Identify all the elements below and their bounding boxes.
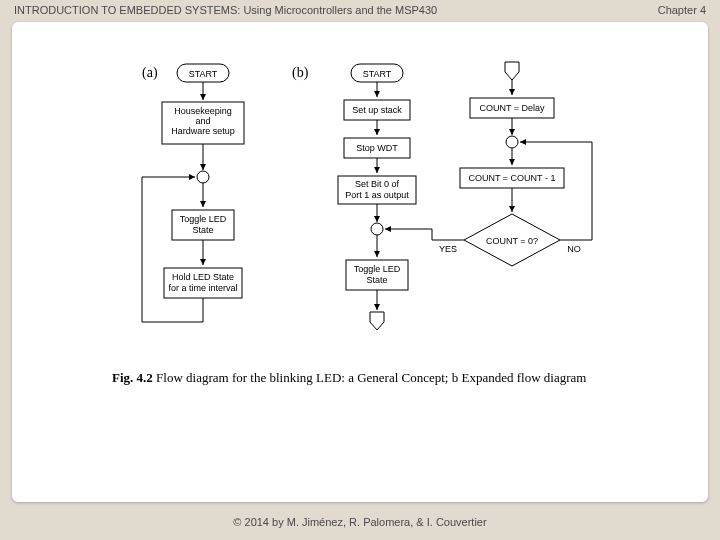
a-hk2: and [195, 116, 210, 126]
b-offpage-down [370, 312, 384, 330]
b-wdt: Stop WDT [356, 143, 398, 153]
b-setbit1: Set Bit 0 of [355, 179, 400, 189]
a-hold1: Hold LED State [172, 272, 234, 282]
b-count-dec: COUNT = COUNT - 1 [469, 173, 556, 183]
b-decision-text: COUNT = 0? [486, 236, 538, 246]
b-offpage-up [505, 62, 519, 80]
b-toggle1: Toggle LED [354, 264, 401, 274]
b-no: NO [567, 244, 581, 254]
caption-body: Flow diagram for the blinking LED: a Gen… [153, 370, 587, 385]
b-toggle2: State [366, 275, 387, 285]
label-b: (b) [292, 65, 309, 81]
a-toggle1: Toggle LED [180, 214, 227, 224]
diagram-a: START Housekeeping and Hardware setup To… [142, 64, 244, 322]
a-hk1: Housekeeping [174, 106, 232, 116]
chapter-label: Chapter 4 [658, 4, 706, 16]
slide-page: (a) (b) START Housekeeping and Hardware … [12, 22, 708, 502]
copyright: © 2014 by M. Jiménez, R. Palomera, & I. … [233, 516, 486, 528]
b-count-delay: COUNT = Delay [479, 103, 545, 113]
page-footer: © 2014 by M. Jiménez, R. Palomera, & I. … [0, 516, 720, 528]
label-a: (a) [142, 65, 158, 81]
b-stack: Set up stack [352, 105, 402, 115]
a-hk3: Hardware setup [171, 126, 235, 136]
b-setbit2: Port 1 as output [345, 190, 409, 200]
a-toggle2: State [192, 225, 213, 235]
b-connector-main [371, 223, 383, 235]
b-start: START [363, 69, 392, 79]
page-header: INTRODUCTION TO EMBEDDED SYSTEMS: Using … [14, 4, 706, 16]
book-title: INTRODUCTION TO EMBEDDED SYSTEMS: Using … [14, 4, 437, 16]
a-hold2: for a time interval [168, 283, 237, 293]
b-connector-delay [506, 136, 518, 148]
flowchart-svg: (a) (b) START Housekeeping and Hardware … [12, 22, 708, 502]
figure-caption: Fig. 4.2 Flow diagram for the blinking L… [112, 370, 586, 385]
caption-prefix: Fig. 4.2 [112, 370, 153, 385]
a-start: START [189, 69, 218, 79]
a-connector [197, 171, 209, 183]
diagram-b: START Set up stack Stop WDT Set Bit 0 of… [338, 62, 592, 330]
b-yes: YES [439, 244, 457, 254]
